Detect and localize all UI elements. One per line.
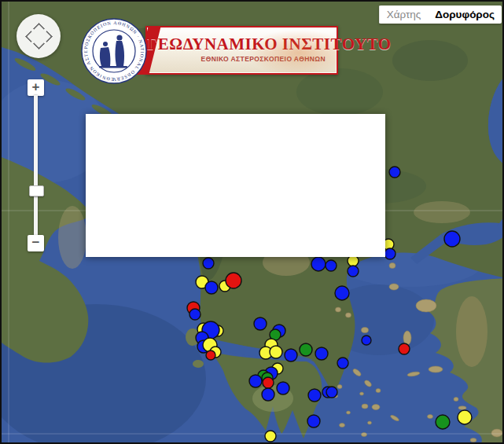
earthquake-marker[interactable] — [315, 347, 328, 360]
earthquake-marker[interactable] — [254, 317, 267, 330]
earthquake-marker[interactable] — [384, 248, 395, 259]
earthquake-marker[interactable] — [389, 167, 400, 178]
earthquake-marker[interactable] — [262, 388, 274, 401]
zoom-in-button[interactable]: + — [28, 79, 44, 96]
earthquake-marker[interactable] — [436, 415, 450, 429]
earthquake-marker[interactable] — [285, 349, 297, 361]
map-type-button-map[interactable]: Χάρτης — [379, 6, 429, 24]
earthquake-marker[interactable] — [277, 382, 289, 394]
earthquake-marker[interactable] — [444, 231, 460, 247]
earthquake-marker[interactable] — [205, 281, 218, 294]
info-window-tail — [86, 114, 385, 257]
earthquake-marker[interactable] — [203, 258, 214, 269]
earthquake-marker[interactable] — [206, 350, 215, 360]
earthquake-marker[interactable] — [326, 387, 337, 398]
earthquake-marker[interactable] — [362, 336, 371, 345]
earthquake-marker[interactable] — [335, 286, 349, 300]
earthquake-marker[interactable] — [348, 255, 359, 266]
earthquake-marker[interactable] — [263, 377, 274, 388]
institute-title: ΓΕΩΔΥΝΑΜΙΚΟ ΙΝΣΤΙΤΟΥΤΟ — [147, 35, 337, 54]
earthquake-marker[interactable] — [326, 260, 337, 271]
earthquake-marker[interactable] — [307, 415, 320, 427]
earthquake-marker[interactable] — [348, 266, 359, 277]
earthquake-marker[interactable] — [308, 389, 321, 402]
observatory-seal: ΕΘΝΙΚΟΝ ΑΣΤΕΡΟΣΚΟΠΕΙΟΝ ΑΘΗΝΩΝ · NATIONAL… — [81, 18, 147, 84]
earthquake-marker[interactable] — [337, 358, 348, 369]
earthquake-marker[interactable] — [458, 410, 472, 424]
zoom-slider-handle[interactable] — [29, 185, 44, 196]
zoom-slider-track[interactable] — [34, 95, 38, 237]
earthquake-marker[interactable] — [265, 431, 276, 442]
map-type-switcher: Χάρτης Δορυφόρος — [379, 6, 502, 24]
earthquake-marker[interactable] — [249, 375, 262, 387]
earthquake-marker[interactable] — [399, 343, 410, 354]
earthquake-marker[interactable] — [300, 343, 312, 356]
map-type-button-satellite[interactable]: Δορυφόρος — [428, 6, 502, 24]
pan-control[interactable] — [17, 14, 61, 58]
earthquake-marker[interactable] — [189, 309, 200, 320]
earthquake-marker[interactable] — [270, 346, 282, 358]
map-viewport[interactable]: + − ΓΕΩΔΥΝΑΜΙΚΟ ΙΝΣΤΙΤΟΥΤΟ ΕΘΝΙΚΟ ΑΣΤΕΡΟ… — [0, 0, 504, 444]
earthquake-marker[interactable] — [226, 273, 241, 288]
zoom-out-button[interactable]: − — [28, 235, 44, 251]
institute-subtitle: ΕΘΝΙΚΟ ΑΣΤΕΡΟΣΚΟΠΕΙΟ ΑΘΗΝΩΝ — [147, 55, 337, 63]
earthquake-marker[interactable] — [311, 257, 326, 271]
institute-banner: ΓΕΩΔΥΝΑΜΙΚΟ ΙΝΣΤΙΤΟΥΤΟ ΕΘΝΙΚΟ ΑΣΤΕΡΟΣΚΟΠ… — [145, 26, 338, 75]
